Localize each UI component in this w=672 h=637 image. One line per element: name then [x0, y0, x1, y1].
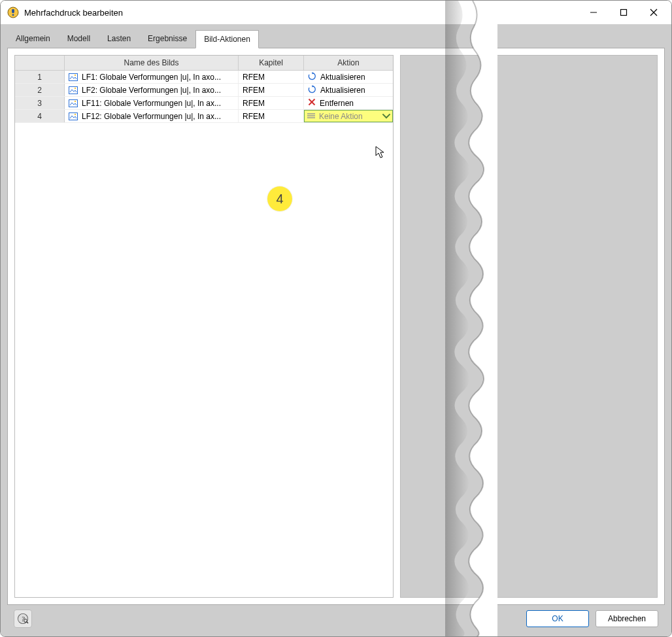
cell-action[interactable]: Aktualisieren	[304, 71, 393, 83]
tab-page: Name des Bilds Kapitel Aktion 1 LF1: Glo…	[7, 48, 665, 605]
svg-point-18	[75, 113, 76, 114]
tab-modell[interactable]: Modell	[59, 29, 99, 48]
svg-rect-17	[69, 112, 78, 120]
image-name: LF12: Globale Verformungen |u|, In ax...	[82, 112, 221, 121]
titlebar: Mehrfachdruck bearbeiten	[1, 1, 671, 24]
cell-name: LF11: Globale Verformungen |u|, In ax...	[65, 97, 239, 109]
image-name: LF11: Globale Verformungen |u|, In ax...	[82, 99, 221, 108]
table-row[interactable]: 3 LF11: Globale Verformungen |u|, In ax.…	[15, 97, 393, 110]
window-title: Mehrfachdruck bearbeiten	[24, 8, 123, 18]
image-actions-grid: Name des Bilds Kapitel Aktion 1 LF1: Glo…	[14, 55, 394, 598]
cell-name: LF1: Globale Verformungen |u|, In axo...	[65, 71, 239, 83]
cell-chapter: RFEM	[239, 71, 304, 83]
tab-strip: Allgemein Modell Lasten Ergebnisse Bild-…	[7, 29, 665, 48]
tab-bild-aktionen[interactable]: Bild-Aktionen	[195, 30, 259, 48]
svg-rect-1	[12, 9, 14, 13]
grid-body: 1 LF1: Globale Verformungen |u|, In axo.…	[15, 71, 393, 597]
ok-button[interactable]: OK	[526, 610, 589, 627]
svg-rect-10	[69, 86, 78, 94]
row-number: 4	[15, 110, 65, 122]
cancel-button[interactable]: Abbrechen	[596, 610, 658, 627]
cell-action-dropdown[interactable]: Keine Aktion Entfernen	[304, 110, 393, 122]
preview-pane	[400, 55, 658, 598]
close-button[interactable]	[639, 3, 669, 22]
minimize-button[interactable]	[579, 3, 609, 22]
col-header-chapter[interactable]: Kapitel	[239, 56, 304, 70]
cell-name: LF12: Globale Verformungen |u|, In ax...	[65, 110, 239, 122]
col-header-name[interactable]: Name des Bilds	[65, 56, 239, 70]
grid-header: Name des Bilds Kapitel Aktion	[15, 56, 393, 71]
cell-name: LF2: Globale Verformungen |u|, In axo...	[65, 84, 239, 96]
cell-action[interactable]: Aktualisieren	[304, 84, 393, 96]
svg-rect-13	[69, 99, 78, 107]
client-area: Allgemein Modell Lasten Ergebnisse Bild-…	[1, 24, 671, 636]
picture-icon	[69, 73, 78, 81]
svg-point-11	[75, 87, 76, 88]
svg-rect-7	[69, 73, 78, 80]
image-name: LF2: Globale Verformungen |u|, In axo...	[82, 86, 221, 95]
action-label: Aktualisieren	[320, 73, 365, 82]
cell-chapter: RFEM	[239, 110, 304, 122]
row-number: 1	[15, 71, 65, 83]
dialog-footer: ? OK Abbrechen	[7, 605, 665, 632]
remove-icon	[308, 98, 316, 108]
action-select-value: Keine Aktion	[319, 112, 378, 121]
table-row[interactable]: 2 LF2: Globale Verformungen |u|, In axo.…	[15, 84, 393, 97]
refresh-icon	[308, 85, 316, 95]
cell-chapter: RFEM	[239, 97, 304, 109]
dialog-window: Mehrfachdruck bearbeiten Allgemein Model…	[0, 0, 672, 637]
action-label: Aktualisieren	[320, 86, 365, 95]
action-select[interactable]: Keine Aktion Entfernen	[304, 110, 393, 122]
row-number: 3	[15, 97, 65, 109]
table-row[interactable]: 1 LF1: Globale Verformungen |u|, In axo.…	[15, 71, 393, 84]
callout-badge: 4	[267, 186, 292, 211]
cell-chapter: RFEM	[239, 84, 304, 96]
svg-point-14	[75, 100, 76, 101]
tab-ergebnisse[interactable]: Ergebnisse	[139, 29, 195, 48]
col-header-action[interactable]: Aktion	[304, 56, 393, 70]
svg-point-2	[12, 14, 14, 16]
refresh-icon	[308, 72, 316, 82]
svg-point-8	[75, 74, 76, 75]
tab-allgemein[interactable]: Allgemein	[7, 29, 59, 48]
col-header-number	[15, 56, 65, 70]
chevron-down-icon	[382, 112, 391, 121]
help-button[interactable]: ?	[14, 610, 32, 628]
table-row[interactable]: 4 LF12: Globale Verformungen |u|, In ax.…	[15, 110, 393, 123]
svg-line-31	[27, 622, 28, 623]
svg-rect-4	[621, 10, 627, 16]
row-number: 2	[15, 84, 65, 96]
picture-icon	[69, 86, 78, 94]
picture-icon	[69, 99, 78, 107]
picture-icon	[69, 112, 78, 120]
tab-lasten[interactable]: Lasten	[99, 29, 139, 48]
action-label: Entfernen	[320, 99, 354, 108]
no-action-icon	[307, 112, 315, 121]
app-icon	[7, 7, 19, 18]
maximize-button[interactable]	[609, 3, 639, 22]
cell-action[interactable]: Entfernen	[304, 97, 393, 109]
image-name: LF1: Globale Verformungen |u|, In axo...	[82, 73, 221, 82]
